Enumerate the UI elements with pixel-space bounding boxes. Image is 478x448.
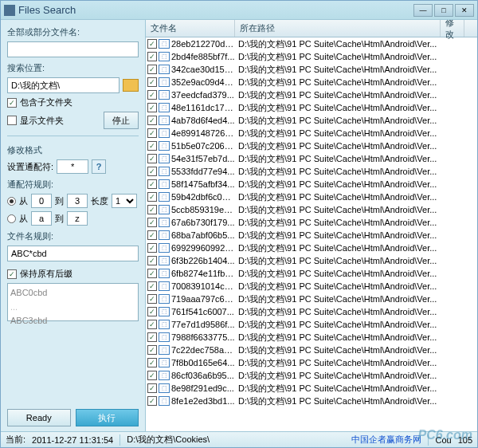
range-from-num[interactable] <box>31 194 52 208</box>
row-checkbox[interactable]: ✓ <box>147 90 157 100</box>
table-row[interactable]: ✓⬚51b5e07c206a...D:\我的文档\91 PC Suite\Cac… <box>146 140 477 152</box>
row-checkbox[interactable]: ✓ <box>147 396 157 406</box>
range-from-char[interactable] <box>31 211 52 226</box>
row-checkbox[interactable]: ✓ <box>147 116 157 125</box>
file-name: 5ccb859319ea... <box>171 205 235 214</box>
file-list[interactable]: ✓⬚28eb212270dc...D:\我的文档\91 PC Suite\Cac… <box>146 37 477 431</box>
table-row[interactable]: ✓⬚67a6b730f179...D:\我的文档\91 PC Suite\Cac… <box>146 216 477 229</box>
col-filename[interactable]: 文件名 <box>146 20 235 37</box>
file-icon: ⬚ <box>159 154 170 163</box>
row-checkbox[interactable]: ✓ <box>147 52 157 61</box>
range-to-num[interactable] <box>67 194 88 208</box>
table-row[interactable]: ✓⬚6fb8274e11fb4...D:\我的文档\91 PC Suite\Ca… <box>146 267 477 280</box>
row-checkbox[interactable]: ✓ <box>147 345 157 355</box>
show-folders-checkbox[interactable] <box>7 116 17 125</box>
row-checkbox[interactable]: ✓ <box>147 154 157 163</box>
row-checkbox[interactable]: ✓ <box>147 243 157 253</box>
table-row[interactable]: ✓⬚8fe1e2ed3bd1...D:\我的文档\91 PC Suite\Cac… <box>146 395 477 407</box>
row-checkbox[interactable]: ✓ <box>147 128 157 138</box>
stop-button[interactable]: 停止 <box>104 112 139 129</box>
file-icon: ⬚ <box>159 65 170 74</box>
row-checkbox[interactable]: ✓ <box>147 218 157 227</box>
row-checkbox[interactable]: ✓ <box>147 358 157 367</box>
table-row[interactable]: ✓⬚761f541c6007...D:\我的文档\91 PC Suite\Cac… <box>146 305 477 318</box>
char-range-radio[interactable] <box>7 214 16 223</box>
row-checkbox[interactable]: ✓ <box>147 230 157 240</box>
filename-input[interactable] <box>7 41 139 57</box>
file-path: D:\我的文档\91 PC Suite\Cache\Html\Android\V… <box>235 115 477 127</box>
row-checkbox[interactable]: ✓ <box>147 281 157 291</box>
execute-button[interactable]: 执行 <box>76 409 139 426</box>
table-row[interactable]: ✓⬚59b42dbf6c065...D:\我的文档\91 PC Suite\Ca… <box>146 191 477 203</box>
file-icon: ⬚ <box>159 218 170 227</box>
help-button[interactable]: ? <box>92 159 106 174</box>
table-row[interactable]: ✓⬚68ba7abf06b5...D:\我的文档\91 PC Suite\Cac… <box>146 229 477 242</box>
row-checkbox[interactable]: ✓ <box>147 179 157 189</box>
file-icon: ⬚ <box>159 383 170 393</box>
table-row[interactable]: ✓⬚7c22dec758a5...D:\我的文档\91 PC Suite\Cac… <box>146 344 477 356</box>
row-checkbox[interactable]: ✓ <box>147 167 157 176</box>
keep-suffix-checkbox[interactable]: ✓ <box>7 269 17 279</box>
close-button[interactable]: ✕ <box>455 4 474 17</box>
status-link[interactable]: 中国企者赢商务网 <box>351 434 421 446</box>
table-row[interactable]: ✓⬚7f8b0d165e64...D:\我的文档\91 PC Suite\Cac… <box>146 356 477 369</box>
row-checkbox[interactable]: ✓ <box>147 269 157 278</box>
wildcard-input[interactable] <box>57 159 88 174</box>
row-checkbox[interactable]: ✓ <box>147 77 157 87</box>
row-checkbox[interactable]: ✓ <box>147 371 157 380</box>
table-row[interactable]: ✓⬚28eb212270dc...D:\我的文档\91 PC Suite\Cac… <box>146 37 477 50</box>
row-checkbox[interactable]: ✓ <box>147 256 157 265</box>
row-checkbox[interactable]: ✓ <box>147 39 157 49</box>
table-row[interactable]: ✓⬚699299609927...D:\我的文档\91 PC Suite\Cac… <box>146 242 477 254</box>
numeric-range-radio[interactable] <box>7 197 16 206</box>
row-checkbox[interactable]: ✓ <box>147 383 157 393</box>
column-headers: 文件名 所在路径 修改 <box>146 20 477 37</box>
file-path: D:\我的文档\91 PC Suite\Cache\Html\Android\V… <box>235 293 477 305</box>
ready-button[interactable]: Ready <box>7 409 71 426</box>
col-path[interactable]: 所在路径 <box>235 20 441 37</box>
row-checkbox[interactable]: ✓ <box>147 141 157 151</box>
minimize-button[interactable]: — <box>413 4 433 17</box>
row-checkbox[interactable]: ✓ <box>147 65 157 74</box>
row-checkbox[interactable]: ✓ <box>147 103 157 112</box>
include-sub-checkbox[interactable]: ✓ <box>7 98 17 108</box>
row-checkbox[interactable]: ✓ <box>147 320 157 329</box>
table-row[interactable]: ✓⬚5533fdd77e94...D:\我的文档\91 PC Suite\Cac… <box>146 165 477 178</box>
browse-folder-icon[interactable] <box>123 79 139 92</box>
table-row[interactable]: ✓⬚37eedcfad379...D:\我的文档\91 PC Suite\Cac… <box>146 88 477 101</box>
file-name: 7988f6633775... <box>171 332 235 342</box>
row-checkbox[interactable]: ✓ <box>147 192 157 202</box>
table-row[interactable]: ✓⬚5ccb859319ea...D:\我的文档\91 PC Suite\Cac… <box>146 203 477 216</box>
table-row[interactable]: ✓⬚6f3b226b1404...D:\我的文档\91 PC Suite\Cac… <box>146 254 477 267</box>
col-modify[interactable]: 修改 <box>441 20 464 37</box>
table-row[interactable]: ✓⬚8e98f291ed9c...D:\我的文档\91 PC Suite\Cac… <box>146 382 477 395</box>
file-name: 67a6b730f179... <box>171 218 235 227</box>
row-checkbox[interactable]: ✓ <box>147 307 157 316</box>
row-checkbox[interactable]: ✓ <box>147 205 157 214</box>
table-row[interactable]: ✓⬚4ab78d6f4ed4...D:\我的文档\91 PC Suite\Cac… <box>146 114 477 127</box>
filename-rule-input[interactable] <box>7 246 139 261</box>
table-row[interactable]: ✓⬚7988f6633775...D:\我的文档\91 PC Suite\Cac… <box>146 331 477 344</box>
table-row[interactable]: ✓⬚342cae30d15c...D:\我的文档\91 PC Suite\Cac… <box>146 63 477 76</box>
table-row[interactable]: ✓⬚58f1475afbf34...D:\我的文档\91 PC Suite\Ca… <box>146 178 477 191</box>
length-select[interactable]: 1 <box>112 194 137 208</box>
titlebar[interactable]: Files Search — □ ✕ <box>1 1 477 20</box>
file-path: D:\我的文档\91 PC Suite\Cache\Html\Android\V… <box>235 383 477 395</box>
row-checkbox[interactable]: ✓ <box>147 294 157 304</box>
row-checkbox[interactable]: ✓ <box>147 332 157 342</box>
table-row[interactable]: ✓⬚7008391014ca...D:\我的文档\91 PC Suite\Cac… <box>146 280 477 293</box>
table-row[interactable]: ✓⬚48e1161dc174...D:\我的文档\91 PC Suite\Cac… <box>146 101 477 114</box>
maximize-button[interactable]: □ <box>434 4 453 17</box>
file-name: 54e31f57eb7d... <box>171 154 235 163</box>
file-icon: ⬚ <box>159 256 170 265</box>
table-row[interactable]: ✓⬚2bd4fe885bf7f...D:\我的文档\91 PC Suite\Ca… <box>146 50 477 63</box>
range-to-char[interactable] <box>67 211 88 226</box>
table-row[interactable]: ✓⬚86cf036a6b95...D:\我的文档\91 PC Suite\Cac… <box>146 369 477 382</box>
file-icon: ⬚ <box>159 128 170 138</box>
table-row[interactable]: ✓⬚719aaa797c65...D:\我的文档\91 PC Suite\Cac… <box>146 293 477 305</box>
table-row[interactable]: ✓⬚352e9ac09d44...D:\我的文档\91 PC Suite\Cac… <box>146 76 477 88</box>
table-row[interactable]: ✓⬚4e8991487266...D:\我的文档\91 PC Suite\Cac… <box>146 127 477 140</box>
location-input[interactable] <box>7 77 120 93</box>
table-row[interactable]: ✓⬚77e7d1d9586f...D:\我的文档\91 PC Suite\Cac… <box>146 318 477 331</box>
table-row[interactable]: ✓⬚54e31f57eb7d...D:\我的文档\91 PC Suite\Cac… <box>146 152 477 165</box>
